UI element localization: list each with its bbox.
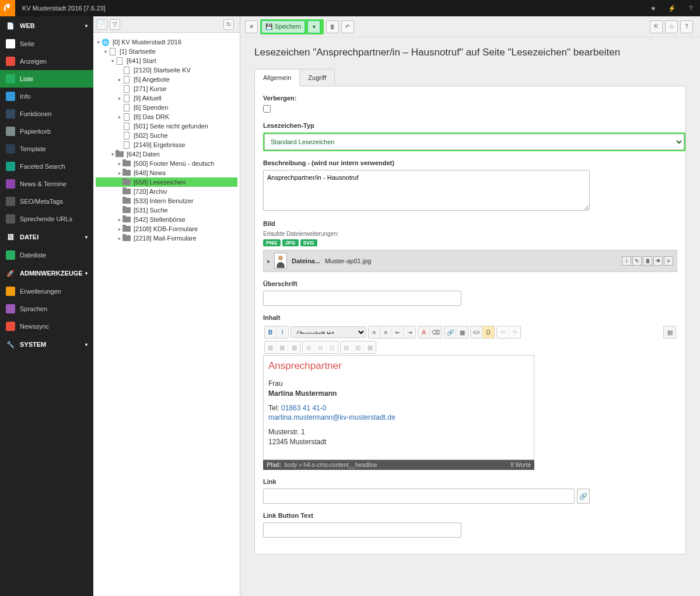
typo3-logo[interactable] — [0, 0, 15, 16]
sidebar-item[interactable]: Sprechende URLs — [0, 210, 93, 228]
save-dropdown[interactable]: ▾ — [307, 20, 320, 33]
tree-node[interactable]: ▸[500] Footer Menü - deutsch — [96, 159, 237, 168]
open-new-window-icon[interactable]: ⇱ — [650, 20, 663, 33]
sidebar-item[interactable]: Dateiliste — [0, 246, 93, 264]
close-button[interactable]: ✕ — [245, 20, 258, 33]
tree-node[interactable]: [533] Intern Benutzer — [96, 196, 237, 205]
section-icon: 🖼 — [6, 232, 15, 242]
tree-node[interactable]: [502] Suche — [96, 131, 237, 140]
hide-label: Verbergen: — [263, 95, 677, 102]
tree-node[interactable]: [2120] Startseite KV — [96, 65, 237, 75]
rte-bold-icon[interactable]: B — [265, 326, 276, 338]
tree-node[interactable]: [531] Suche — [96, 205, 237, 215]
folder-icon — [123, 197, 131, 205]
rte-outdent-icon[interactable]: ⇤ — [392, 326, 404, 338]
form-panel: Verbergen: Lesezeichen-Typ Standard Lese… — [254, 86, 686, 555]
tree-node[interactable]: [720] Archiv — [96, 187, 237, 196]
sidebar-section-head[interactable]: 🔧SYSTEM▾ — [0, 335, 93, 354]
page-title: Lesezeichen "Ansprechpartner/in – Hausno… — [254, 47, 686, 58]
tree-node[interactable]: ▸[648] News — [96, 168, 237, 177]
file-delete-icon[interactable]: 🗑 — [643, 256, 652, 266]
heading-input[interactable] — [263, 291, 461, 306]
rte-fullscreen-icon[interactable]: ▤ — [664, 326, 676, 338]
sidebar-item[interactable]: Faceted Search — [0, 158, 93, 175]
sidebar-section-head[interactable]: 📄WEB▾ — [0, 16, 93, 35]
tree-node[interactable]: ▾[1] Startseite — [96, 47, 237, 56]
tab[interactable]: Allgemein — [254, 69, 300, 86]
rte-source-icon[interactable]: <> — [471, 326, 482, 338]
rte-textcolor-icon[interactable]: A — [418, 326, 430, 338]
file-hide-icon[interactable]: 👁 — [653, 256, 663, 266]
rte-redo-icon[interactable]: ↷ — [509, 326, 520, 338]
sidebar-item[interactable]: Papierkorb — [0, 123, 93, 140]
tree-node[interactable]: [658] Lesezeichen — [96, 177, 237, 187]
delete-button[interactable]: 🗑 — [326, 20, 339, 33]
rte-editor[interactable]: Ansprechpartner Frau Martina Mustermann … — [263, 355, 534, 460]
doc-toolbar: ✕ 💾 Speichern ▾ 🗑 ↶ ⇱ ☆ ? — [240, 16, 700, 37]
bookmark-icon[interactable]: ★ — [644, 0, 663, 16]
rte-undo-icon[interactable]: ↶ — [497, 326, 509, 338]
rte-ol-icon[interactable]: ≡ — [369, 326, 380, 338]
sidebar-item[interactable]: Liste — [0, 70, 93, 88]
sidebar-item[interactable]: Erweiterungen — [0, 283, 93, 300]
tree-node[interactable]: ▸[542] Stellenbörse — [96, 215, 237, 224]
link-button-text-input[interactable] — [263, 522, 461, 538]
sidebar-section-head[interactable]: 🚀ADMINWERKZEUGE▾ — [0, 264, 93, 283]
tree-node[interactable]: ▸[2218] Mail-Formulare — [96, 233, 237, 243]
tab[interactable]: Zugriff — [299, 69, 335, 86]
tree-node[interactable]: ▾🌐[0] KV Musterstadt 2016 — [96, 37, 237, 47]
rte-link-icon[interactable]: 🔗 — [444, 326, 456, 338]
help-icon[interactable]: ? — [681, 0, 700, 16]
flash-icon[interactable]: ⚡ — [663, 0, 681, 16]
tree-node[interactable]: [2149] Ergebnisse — [96, 140, 237, 149]
sidebar-item[interactable]: Template — [0, 140, 93, 158]
refresh-icon[interactable]: ↻ — [223, 19, 234, 30]
new-page-icon[interactable]: 📄 — [97, 19, 107, 30]
rte-block-format-select[interactable]: Überschrift H4 — [290, 326, 366, 338]
tree-node[interactable]: ▸[8] Das DRK — [96, 112, 237, 121]
type-label: Lesezeichen-Typ — [263, 122, 677, 129]
sidebar-item[interactable]: Sprachen — [0, 300, 93, 318]
rte-special-char-icon[interactable]: Ω — [482, 326, 494, 338]
tree-node[interactable]: ▾[641] Start — [96, 56, 237, 65]
sidebar-item[interactable]: Funktionen — [0, 105, 93, 123]
sidebar-item[interactable]: Info — [0, 88, 93, 105]
sidebar-item[interactable]: Seite — [0, 35, 93, 53]
undo-button[interactable]: ↶ — [341, 20, 354, 33]
tree-node[interactable]: ▸[5] Angebote — [96, 75, 237, 84]
filter-icon[interactable]: ▽ — [110, 19, 120, 30]
file-info-icon[interactable]: i — [622, 256, 631, 266]
file-drag-icon[interactable]: ≡ — [664, 256, 673, 266]
sidebar-section-head[interactable]: 🖼DATEI▾ — [0, 228, 93, 246]
tree-node[interactable]: ▸[9] Aktuell — [96, 93, 237, 103]
sidebar-item[interactable]: News & Termine — [0, 175, 93, 193]
folder-icon — [123, 178, 131, 186]
tree-node[interactable]: [6] Spenden — [96, 103, 237, 112]
tree-node[interactable]: [501] Seite nicht gefunden — [96, 121, 237, 131]
context-help-button[interactable]: ? — [680, 20, 693, 33]
type-select[interactable]: Standard Lesezeichen — [264, 134, 684, 150]
link-wizard-icon[interactable]: 🔗 — [577, 489, 590, 504]
tree-node[interactable]: [271] Kurse — [96, 84, 237, 93]
tree-node[interactable]: ▾[642] Daten — [96, 149, 237, 159]
sidebar-item[interactable]: Anzeigen — [0, 53, 93, 70]
save-button[interactable]: 💾 Speichern — [261, 20, 305, 33]
expand-file-icon[interactable]: ▸ — [267, 257, 271, 265]
page-icon — [123, 113, 131, 121]
hide-checkbox[interactable] — [263, 105, 271, 113]
rte-table-icon[interactable]: ▦ — [456, 326, 468, 338]
tree-node[interactable]: ▸[2108] KDB-Formulare — [96, 224, 237, 233]
rte-clear-format-icon[interactable]: ⌫ — [430, 326, 442, 338]
rte-email-link[interactable]: martina.mustermann@kv-musterstadt.de — [268, 413, 396, 421]
rte-ul-icon[interactable]: ≡ — [380, 326, 392, 338]
bookmark-button[interactable]: ☆ — [665, 20, 678, 33]
sidebar-item[interactable]: SEO/MetaTags — [0, 193, 93, 210]
sidebar-item[interactable]: Newssync — [0, 318, 93, 335]
page-icon — [108, 47, 117, 55]
desc-textarea[interactable]: Ansprechpartner/in - Hausnotruf — [263, 170, 590, 211]
rte-italic-icon[interactable]: I — [276, 326, 288, 338]
rte-tel-link[interactable]: 01863 41 41-0 — [281, 404, 326, 412]
link-input[interactable] — [263, 489, 575, 504]
rte-indent-icon[interactable]: ⇥ — [404, 326, 415, 338]
file-edit-icon[interactable]: ✎ — [632, 256, 642, 266]
